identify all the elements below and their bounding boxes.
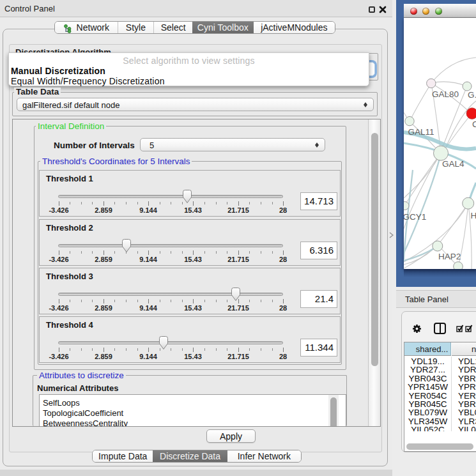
svg-text:GAL4: GAL4 — [442, 159, 464, 169]
svg-text:GAL11: GAL11 — [408, 127, 434, 137]
svg-text:C: C — [472, 119, 476, 129]
svg-text:GAL80: GAL80 — [432, 89, 459, 99]
svg-text:G.: G. — [468, 90, 476, 100]
svg-text:H: H — [471, 211, 476, 220]
svg-text:HAP2: HAP2 — [438, 252, 461, 261]
svg-text:GCY1: GCY1 — [404, 212, 426, 222]
